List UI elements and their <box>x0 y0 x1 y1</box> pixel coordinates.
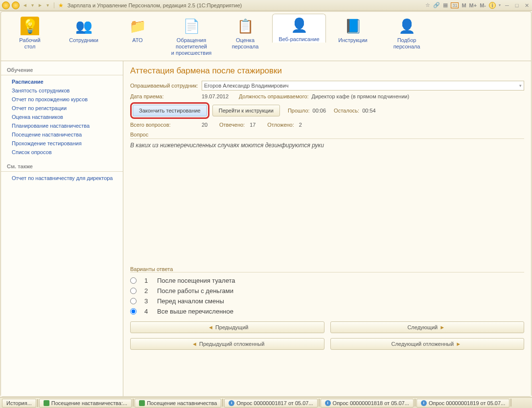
star-icon[interactable]: ☆ <box>425 2 430 8</box>
postponed-label: Отложено: <box>267 122 294 128</box>
statusbar-tab[interactable]: iОпрос 00000001819 от 05.07... <box>416 399 509 408</box>
dropdown-icon[interactable]: ▾ <box>519 83 522 88</box>
history-button[interactable]: История... <box>2 399 36 408</box>
toolbar-label: Обращения посетителейи происшествия <box>164 37 218 56</box>
main-frame: 💡Рабочийстол👥Сотрудники📁АТО📄Обращения по… <box>0 11 532 397</box>
chevron-right-icon: ► <box>439 324 445 330</box>
employee-row: Опрашиваемый сотрудник: Егоров Александр… <box>130 81 524 91</box>
next-button[interactable]: Следующий► <box>330 321 525 333</box>
dropdown-icon[interactable] <box>12 1 20 9</box>
toolbar-item-3[interactable]: 📄Обращения посетителейи происшествия <box>164 15 218 56</box>
favorite-icon[interactable]: ★ <box>58 2 64 9</box>
answer-text: Перед началом смены <box>157 297 224 305</box>
answer-text: После посещения туалета <box>157 277 235 284</box>
close-button[interactable]: ✕ <box>523 2 530 8</box>
answer-row: 3Перед началом смены <box>130 296 524 306</box>
toolbar-item-7[interactable]: 👤Подборперсонала <box>380 15 434 50</box>
elapsed-value: 00:06 <box>313 108 326 113</box>
statusbar-tab-label: Посещение наставничества <box>147 400 217 406</box>
next-postponed-button[interactable]: Следующий отложенный► <box>330 338 525 350</box>
statusbar-tab-label: Посещение наставничества:... <box>51 400 127 406</box>
question-text: В каких из нижеперечисленных случаях мою… <box>130 142 524 149</box>
sidebar-item[interactable]: Занятость сотрудников <box>1 86 123 95</box>
people-icon: 👥 <box>74 17 93 35</box>
nav-back-icon[interactable]: ◄ <box>22 2 28 8</box>
statusbar-tab-label: Опрос 00000001817 от 05.07... <box>236 400 313 406</box>
sidebar-item[interactable]: Отчет по регистрации <box>1 104 123 113</box>
answer-number: 1 <box>144 277 151 284</box>
statusbar-tab-label: Опрос 00000001818 от 05.07... <box>333 400 409 406</box>
employee-label: Опрашиваемый сотрудник: <box>130 83 199 89</box>
minimize-button[interactable]: ─ <box>504 2 510 8</box>
toolbar-label: Оценкаперсонала <box>218 37 272 50</box>
toolbar-label: Веб-расписание <box>273 36 325 43</box>
finish-test-button[interactable]: Закончить тестирование <box>133 105 207 116</box>
calendar-icon[interactable]: 31 <box>451 2 459 8</box>
next-label: Следующий <box>407 324 438 330</box>
info-icon: i <box>421 400 427 406</box>
toolbar-label: Инструкции <box>326 37 380 44</box>
info-dropdown-icon[interactable]: ▾ <box>499 3 501 7</box>
totalq-label: Всего вопросов: <box>130 122 199 128</box>
sidebar-item[interactable]: Список опросов <box>1 148 123 157</box>
prev-button[interactable]: ◄Предыдущий <box>130 321 324 333</box>
goto-instruction-button[interactable]: Перейти к инструкции <box>212 105 280 116</box>
link-icon[interactable]: 🔗 <box>433 2 440 8</box>
finish-highlight: Закончить тестирование <box>130 102 209 119</box>
maximize-button[interactable]: □ <box>513 2 520 8</box>
statusbar-tab[interactable]: Посещение наставничества:... <box>39 399 132 408</box>
memory-m[interactable]: M <box>462 2 466 8</box>
sidebar-item[interactable]: Планирование наставничества <box>1 121 123 130</box>
memory-mminus[interactable]: M- <box>480 2 486 8</box>
chevron-left-icon: ◄ <box>192 341 197 347</box>
sidebar-item[interactable]: Отчет по прохождению курсов <box>1 95 123 104</box>
sidebar-item[interactable]: Расписание <box>1 77 123 86</box>
statusbar-tab[interactable]: iОпрос 00000001817 от 05.07... <box>224 399 317 408</box>
nav-back-menu-icon[interactable]: ▾ <box>30 2 35 8</box>
sidebar-item[interactable]: Посещение наставничества <box>1 130 123 139</box>
sidebar-section-training: Обучение <box>1 65 123 75</box>
statusbar-tab[interactable]: iОпрос 00000001818 от 05.07... <box>321 399 414 408</box>
sidebar-item[interactable]: Оценка наставников <box>1 113 123 121</box>
nav-fwd-icon[interactable]: ► <box>37 2 44 8</box>
info-icon[interactable]: i <box>489 2 496 9</box>
answer-row: 4Все выше перечисленное <box>130 306 524 317</box>
answer-row: 2После работы с деньгами <box>130 286 524 296</box>
sidebar: Обучение РасписаниеЗанятость сотрудников… <box>1 61 123 396</box>
memory-mplus[interactable]: M+ <box>469 2 477 8</box>
toolbar-item-6[interactable]: 📘Инструкции <box>326 15 380 44</box>
answer-radio[interactable] <box>130 288 137 294</box>
toolbar-item-4[interactable]: 📋Оценкаперсонала <box>218 15 272 50</box>
statusbar-tab[interactable]: Посещение наставничества <box>135 399 221 408</box>
ato-icon: 📁 <box>128 17 147 35</box>
answers-group-label: Варианты ответа <box>130 266 524 272</box>
answer-radio[interactable] <box>130 277 137 284</box>
answer-text: После работы с деньгами <box>157 287 233 295</box>
prev-postponed-button[interactable]: ◄Предыдущий отложенный <box>130 338 324 350</box>
page-title: Аттестация бармена после стажировки <box>130 66 524 76</box>
prev-postponed-label: Предыдущий отложенный <box>199 341 264 347</box>
position-value: Директор кафе (в прямом подчинении) <box>312 93 409 99</box>
main-toolbar: 💡Рабочийстол👥Сотрудники📁АТО📄Обращения по… <box>1 12 531 61</box>
position-label: Должность опрашиваемого: <box>239 93 309 99</box>
toolbar-item-2[interactable]: 📁АТО <box>111 15 164 44</box>
statusbar-tab-label: Опрос 00000001819 от 05.07... <box>429 400 505 406</box>
clip-icon: 📋 <box>236 17 254 35</box>
answer-radio[interactable] <box>130 298 137 304</box>
sidebar-item[interactable]: Отчет по наставничеству для директора <box>1 174 123 182</box>
answer-row: 1После посещения туалета <box>130 275 524 286</box>
toolbar-label: АТО <box>111 37 164 44</box>
toolbar-item-1[interactable]: 👥Сотрудники <box>57 15 111 44</box>
toolbar-item-5[interactable]: 👤Веб-расписание <box>272 14 326 43</box>
answers-list: 1После посещения туалета2После работы с … <box>130 272 524 317</box>
sidebar-item[interactable]: Прохождение тестирования <box>1 139 123 148</box>
nav-fwd-menu-icon[interactable]: ▾ <box>46 2 50 8</box>
elapsed-label: Прошло: <box>288 108 310 113</box>
toolbar-item-0[interactable]: 💡Рабочийстол <box>3 15 57 50</box>
employee-value: Егоров Александр Владимирович <box>204 83 289 89</box>
employee-input[interactable]: Егоров Александр Владимирович ▾ <box>202 81 524 91</box>
answer-radio[interactable] <box>130 308 137 315</box>
separator <box>415 399 416 407</box>
desk-lamp-icon: 💡 <box>21 17 39 35</box>
calculator-icon[interactable]: ▦ <box>443 2 448 8</box>
